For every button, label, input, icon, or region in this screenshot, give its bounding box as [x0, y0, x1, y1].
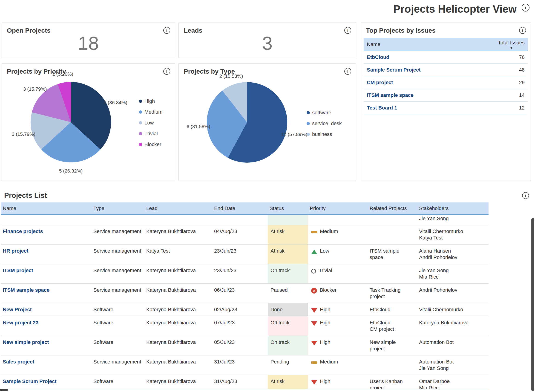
status-label: At risk [268, 225, 308, 238]
project-name-link[interactable]: New simple project [3, 339, 89, 345]
legend-color-dot [139, 100, 142, 103]
column-header-lead[interactable]: Lead [144, 202, 212, 215]
project-name-link[interactable]: Sample Scrum Project [3, 378, 89, 385]
related-project: Task Tracking project [370, 287, 406, 300]
project-end-date-cell: 02/Aug/23 [212, 303, 268, 316]
top-projects-header: Name Total Issues ▼ [364, 38, 528, 51]
projects-list-row: Sample Scrum ProjectSoftwareKateryna Buk… [1, 375, 488, 389]
stakeholders-cell: Vitalii Chernomurko [417, 303, 488, 316]
related-project: EtbCloud [370, 320, 406, 326]
stakeholder: Alana Hansen [419, 248, 486, 254]
project-lead-cell: Kateryna Bukhtiiarova [144, 355, 212, 375]
project-name-cell: New simple project [1, 336, 92, 355]
project-name-link[interactable]: Sample Scrum Project [367, 67, 421, 73]
related-project: EtbCloud [370, 306, 406, 313]
project-name-link[interactable]: Test Board 1 [367, 105, 397, 111]
legend-item[interactable]: Low [139, 120, 162, 126]
legend-item[interactable]: service_desk [307, 121, 342, 126]
top-project-row: Test Board 112 [364, 102, 528, 114]
projects-list-table: NameTypeLeadEnd DateStatusPriorityRelate… [1, 202, 488, 389]
project-type-cell: Service management [92, 284, 144, 303]
project-end-date-cell: 31/Jul/23 [212, 355, 268, 375]
project-priority-cell: Medium [308, 225, 368, 244]
legend-label: High [144, 98, 155, 104]
priority-high-icon [311, 341, 317, 345]
project-name-cell: ITSM project [1, 264, 92, 283]
priority-label: High [320, 378, 330, 385]
project-name-link[interactable]: CM project [367, 79, 393, 86]
top-projects-table: Name Total Issues ▼ EtbCloud76Sample Scr… [364, 38, 528, 114]
project-name-link[interactable]: HR project [3, 248, 89, 254]
info-icon[interactable]: i [522, 4, 530, 11]
total-issues-value: 14 [519, 92, 525, 98]
column-header-total-issues[interactable]: Total Issues ▼ [498, 40, 525, 49]
info-icon[interactable]: i [163, 27, 170, 34]
horizontal-scrollbar-thumb[interactable] [0, 389, 8, 391]
info-icon[interactable]: i [344, 27, 351, 34]
project-name-link[interactable]: Sales project [3, 359, 89, 365]
legend-item[interactable]: Blocker [139, 141, 162, 147]
column-header-related-projects[interactable]: Related Projects [368, 202, 417, 215]
project-status-cell [268, 215, 308, 225]
stakeholders-cell: Automation Bot [417, 336, 488, 355]
project-name-cell: New Project [1, 303, 92, 316]
related-projects-cell: New simple project [368, 336, 417, 355]
project-name-link[interactable]: New project 23 [3, 320, 89, 326]
project-name-link[interactable]: New Project [3, 306, 89, 313]
vertical-scrollbar-thumb[interactable] [531, 218, 534, 391]
related-projects-cell: EtbCloud [368, 303, 417, 316]
legend-item[interactable]: Medium [139, 109, 162, 115]
legend-item[interactable]: software [307, 110, 342, 116]
related-projects-cell [368, 225, 417, 244]
info-icon[interactable]: i [522, 192, 529, 199]
project-priority-cell: Low [308, 245, 368, 264]
project-status-cell: Off track [268, 316, 308, 336]
total-issues-value: 29 [519, 79, 525, 86]
column-header-stakeholders[interactable]: Stakeholders [417, 202, 488, 215]
project-name-cell: Sample Scrum Project [1, 375, 92, 389]
project-status-cell: At risk [268, 225, 308, 244]
column-header-end-date[interactable]: End Date [212, 202, 268, 215]
legend-item[interactable]: High [139, 98, 162, 104]
pie-slice-label: 5 (26.32%) [59, 168, 83, 174]
legend-item[interactable]: Trivial [139, 131, 162, 137]
legend-item[interactable]: business [307, 131, 342, 137]
stakeholders-cell: Alana HansenAndrii Pohorielov [417, 245, 488, 264]
project-name-link[interactable]: Finance projects [3, 228, 89, 235]
project-end-date-cell: 05/Jul/23 [212, 336, 268, 355]
project-type-cell: Software [92, 316, 144, 336]
stakeholder: Jie Yan Song [419, 365, 486, 372]
legend-label: service_desk [312, 121, 342, 126]
project-priority-cell: ×Blocker [308, 284, 368, 303]
stakeholder: Andrii Pohorielov [419, 254, 486, 261]
project-name-link[interactable]: ITSM sample space [367, 92, 414, 98]
project-name-link[interactable]: ITSM sample space [3, 287, 89, 293]
project-end-date-cell: 23/Jun/23 [212, 245, 268, 264]
column-header-name[interactable]: Name [367, 40, 381, 49]
column-header-priority[interactable]: Priority [308, 202, 368, 215]
project-lead-cell [144, 215, 212, 225]
project-lead-cell: Kateryna Bukhtiiarova [144, 303, 212, 316]
project-name-link[interactable]: ITSM project [3, 267, 89, 274]
projects-list-row: Sales projectService managementKateryna … [1, 355, 488, 375]
stakeholders-cell: Automation BotJie Yan Song [417, 355, 488, 375]
column-header-status[interactable]: Status [268, 202, 308, 215]
status-label: At risk [268, 375, 308, 388]
pie-slice-label: 7 (36.84%) [104, 100, 127, 105]
total-issues-value: 12 [519, 105, 525, 111]
open-projects-card: Open Projects i 18 [2, 23, 175, 58]
related-project: User's Kanban project [370, 378, 406, 389]
project-lead-cell: Kateryna Bukhtiiarova [144, 336, 212, 355]
project-name-link[interactable]: EtbCloud [367, 54, 389, 60]
priority-legend: HighMediumLowTrivialBlocker [139, 98, 162, 147]
info-icon[interactable]: i [519, 27, 526, 34]
column-header-type[interactable]: Type [92, 202, 144, 215]
project-priority-cell: High [308, 336, 368, 355]
projects-list-row: Jie Yan Song [1, 215, 488, 225]
projects-list-row: New project 23SoftwareKateryna Bukhtiiar… [1, 316, 488, 336]
column-header-name[interactable]: Name [1, 202, 92, 215]
projects-list-row: HR projectService managementKatya Test23… [1, 245, 488, 264]
priority-pie-chart[interactable] [31, 82, 111, 162]
legend-label: Trivial [144, 131, 158, 137]
type-pie-chart[interactable] [207, 82, 287, 163]
